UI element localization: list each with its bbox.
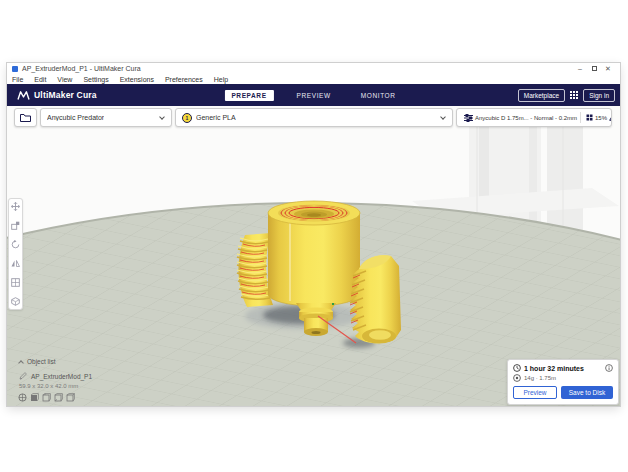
support-blocker-icon: [11, 297, 20, 306]
marketplace-button[interactable]: Marketplace: [518, 89, 565, 102]
apps-grid-icon[interactable]: [570, 91, 578, 99]
print-settings-selector[interactable]: Anycubic D 1.75m... - Normal - 0.2mm 15%…: [456, 108, 612, 127]
support-icon: [609, 114, 612, 121]
move-tool-button[interactable]: [11, 202, 20, 211]
model-dimensions: 59.9 x 32.0 x 42.0 mm: [19, 383, 78, 389]
cura-app-icon: [12, 66, 18, 72]
app-header: UltiMaker Cura PREPARE PREVIEW MONITOR M…: [7, 84, 620, 106]
menu-preferences[interactable]: Preferences: [165, 76, 203, 83]
printer-name: Anycubic Predator: [47, 114, 104, 121]
view-front-icon: [30, 393, 39, 402]
camera-view-presets: [18, 393, 75, 402]
print-time: 1 hour 32 minutes: [524, 365, 584, 372]
support-blocker-tool-button[interactable]: [11, 297, 20, 306]
pencil-icon: [19, 372, 27, 380]
stage-tabs: PREPARE PREVIEW MONITOR: [224, 90, 402, 101]
maximize-icon: [592, 66, 597, 71]
menu-extensions[interactable]: Extensions: [120, 76, 154, 83]
save-to-disk-button[interactable]: Save to Disk: [561, 386, 613, 399]
menu-help[interactable]: Help: [214, 76, 228, 83]
mirror-icon: [11, 259, 20, 268]
scale-icon: [11, 221, 20, 230]
view-left-icon: [54, 393, 63, 402]
profile-summary: Anycubic D 1.75m... - Normal - 0.2mm: [475, 115, 577, 121]
maximize-button[interactable]: [587, 64, 601, 74]
rotate-icon: [11, 240, 20, 249]
open-file-button[interactable]: [14, 108, 37, 127]
sign-in-button[interactable]: Sign in: [583, 89, 615, 102]
model-file-name: AP_ExtruderMod_P1: [31, 373, 92, 380]
minimize-button[interactable]: –: [573, 64, 587, 74]
material-selector[interactable]: 1 Generic PLA: [175, 108, 453, 127]
print-output-panel: 1 hour 32 minutes 14g · 1.75m Preview: [507, 359, 619, 405]
per-model-settings-tool-button[interactable]: [11, 278, 20, 287]
app-logo: UltiMaker Cura: [17, 90, 97, 100]
object-list-toggle[interactable]: Object list: [19, 358, 56, 365]
viewport-3d[interactable]: Anycubic Predator 1 Generic PLA Anycubic…: [7, 106, 620, 406]
move-icon: [11, 202, 20, 211]
ultimaker-logo-icon: [17, 91, 30, 100]
clock-icon: [513, 364, 521, 372]
printer-selector[interactable]: Anycubic Predator: [40, 108, 172, 127]
app-logo-text: UltiMaker Cura: [34, 90, 97, 100]
object-list-label: Object list: [27, 358, 56, 365]
preview-button[interactable]: Preview: [513, 386, 557, 399]
menu-file[interactable]: File: [12, 76, 23, 83]
tab-preview[interactable]: PREVIEW: [290, 90, 338, 101]
menu-edit[interactable]: Edit: [34, 76, 46, 83]
close-button[interactable]: ✕: [601, 64, 615, 74]
extruder-badge-icon: 1: [182, 113, 192, 123]
rotate-tool-button[interactable]: [11, 240, 20, 249]
model-file-row: AP_ExtruderMod_P1: [19, 372, 92, 380]
menubar: File Edit View Settings Extensions Prefe…: [7, 74, 620, 84]
view-front-button[interactable]: [30, 393, 39, 402]
settings-sliders-icon: [464, 114, 473, 122]
menu-view[interactable]: View: [57, 76, 72, 83]
folder-icon: [20, 113, 31, 122]
window-title: AP_ExtruderMod_P1 - UltiMaker Cura: [22, 65, 141, 72]
tab-monitor[interactable]: MONITOR: [354, 90, 403, 101]
view-right-button[interactable]: [66, 393, 75, 402]
scale-tool-button[interactable]: [11, 221, 20, 230]
tab-prepare[interactable]: PREPARE: [224, 90, 273, 101]
divider: [580, 112, 581, 123]
titlebar: AP_ExtruderMod_P1 - UltiMaker Cura – ✕: [7, 63, 620, 74]
view-right-icon: [66, 393, 75, 402]
info-icon[interactable]: [605, 364, 613, 372]
view-3d-icon: [18, 393, 27, 402]
desktop: AP_ExtruderMod_P1 - UltiMaker Cura – ✕ F…: [0, 0, 628, 472]
chevron-up-icon: [18, 360, 24, 366]
model-main-cylinder[interactable]: [268, 201, 360, 306]
per-model-settings-icon: [11, 278, 20, 287]
view-top-icon: [42, 393, 51, 402]
infill-icon: [586, 114, 593, 121]
chevron-down-icon: [159, 114, 165, 120]
material-name: Generic PLA: [196, 114, 236, 121]
material-usage: 14g · 1.75m: [524, 375, 556, 381]
chevron-down-icon: [440, 114, 446, 120]
material-spool-icon: [513, 374, 521, 382]
mirror-tool-button[interactable]: [11, 259, 20, 268]
tool-column: [8, 198, 23, 310]
menu-settings[interactable]: Settings: [83, 76, 108, 83]
view-top-button[interactable]: [42, 393, 51, 402]
infill-value: 15%: [595, 115, 607, 121]
view-left-button[interactable]: [54, 393, 63, 402]
cura-window: AP_ExtruderMod_P1 - UltiMaker Cura – ✕ F…: [7, 63, 620, 406]
view-3d-button[interactable]: [18, 393, 27, 402]
